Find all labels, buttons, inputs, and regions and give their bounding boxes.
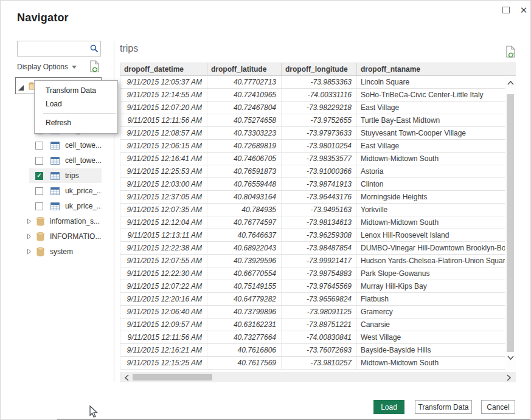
table-row: 9/11/2015 12:22:38 AM 40.68922043 -73.98… [120,242,505,255]
table-cell-longitude: -73.96443176 [282,191,357,203]
checkbox-unchecked[interactable] [35,142,43,150]
table-cell-latitude: 40.76774597 [207,216,282,229]
table-cell-longitude: -73.98487854 [282,242,357,254]
menu-item-refresh[interactable]: Refresh [35,116,117,129]
table-cell-datetime: 9/11/2015 12:06:40 AM [120,306,207,318]
table-row: 9/11/2015 12:12:04 AM 40.76774597 -73.98… [120,216,505,229]
collapsed-arrow-icon[interactable] [27,249,32,255]
sidebar-item-trips[interactable]: ✓ trips [29,168,102,183]
horizontal-scrollbar-thumb[interactable] [133,374,212,380]
refresh-schema-button[interactable] [89,60,100,75]
table-row: 9/11/2015 12:25:53 AM 40.76591873 -73.91… [120,165,505,178]
table-cell-latitude: 40.73799896 [207,306,282,318]
table-cell-latitude: 40.7617569 [207,357,282,369]
vertical-scrollbar[interactable] [505,76,516,370]
table-cell-ntaname: West Village [357,331,505,343]
collapsed-arrow-icon[interactable] [27,233,32,239]
table-cell-latitude: 40.72467804 [207,102,282,114]
table-cell-latitude: 40.784935 [207,204,282,216]
sidebar-item-information-schema-upper[interactable]: INFORMATIO... [24,229,102,244]
table-row: 9/11/2015 12:15:25 AM 40.7617569 -73.981… [120,357,505,370]
table-cell-datetime: 9/11/2015 12:15:25 AM [120,357,207,369]
scroll-left-icon[interactable] [125,374,129,381]
sidebar-item-information-schema[interactable]: information_s... [24,214,102,229]
table-cell-longitude: -73.97645569 [282,280,357,292]
table-cell-longitude: -73.98741913 [282,178,357,190]
close-button[interactable]: ✕ [518,4,529,15]
table-cell-latitude: 40.72410965 [207,89,282,101]
search-icon[interactable] [88,44,100,53]
table-cell-latitude: 40.76591873 [207,165,282,177]
table-row: 9/11/2015 12:37:05 AM 40.80493164 -73.96… [120,191,505,204]
sidebar-item-system[interactable]: system [24,244,102,259]
load-button[interactable]: Load [373,400,404,414]
column-header: dropoff_latitude [207,63,282,75]
preview-table-header: dropoff_datetime dropoff_latitude dropof… [120,63,516,76]
database-icon [36,217,44,226]
checkbox-unchecked[interactable] [35,157,43,165]
table-row: 9/11/2015 12:09:57 AM 40.63162231 -73.88… [120,318,505,331]
search-input[interactable] [18,41,88,56]
checkbox-unchecked[interactable] [35,202,43,210]
checkbox-checked[interactable]: ✓ [35,172,43,180]
table-cell-ntaname: East Village [357,102,505,114]
table-cell-longitude: -73.88751221 [282,318,357,331]
maximize-button[interactable] [501,4,512,15]
table-cell-longitude: -73.98134613 [282,216,357,229]
preview-title: trips [120,43,138,54]
table-cell-longitude: -74.00830841 [282,331,357,343]
table-cell-latitude: 40.73303223 [207,127,282,139]
table-cell-latitude: 40.73929596 [207,255,282,267]
vertical-scrollbar-thumb[interactable] [507,94,514,352]
table-cell-datetime: 9/11/2015 12:11:56 AM [120,331,207,343]
table-icon [50,157,60,165]
refresh-preview-button[interactable] [505,46,516,61]
table-cell-ntaname: Midtown-Midtown South [357,153,505,165]
table-cell-latitude: 40.74606705 [207,153,282,165]
table-row: 9/11/2015 12:16:21 AM 40.7616806 -73.760… [120,344,505,357]
table-cell-ntaname: Murray Hill-Kips Bay [357,280,505,292]
table-cell-datetime: 9/11/2015 12:37:05 AM [120,191,207,203]
table-cell-latitude: 40.7616806 [207,344,282,356]
sidebar-item-cell-towe-2[interactable]: cell_towe... [29,138,102,153]
table-cell-ntaname: Hudson Yards-Chelsea-Flatiron-Union Squa… [357,255,505,267]
sidebar-item-label: uk_price_... [65,202,102,210]
context-menu: Transform Data Load Refresh [34,80,118,134]
transform-data-button[interactable]: Transform Data [415,400,472,414]
table-row: 9/11/2015 12:03:00 AM 40.76559448 -73.98… [120,178,505,191]
sidebar-item-uk-price-1[interactable]: uk_price_... [29,184,102,198]
table-row: 9/11/2015 12:07:20 AM 40.72467804 -73.98… [120,102,505,114]
display-options-label: Display Options [17,63,68,71]
table-cell-ntaname: SoHo-TriBeCa-Civic Center-Little Italy [357,89,505,101]
table-row: 9/11/2015 12:11:56 AM 40.73277664 -74.00… [120,331,505,344]
table-cell-datetime: 9/11/2015 12:06:15 AM [120,140,207,152]
menu-item-transform-data[interactable]: Transform Data [35,84,117,97]
display-options-dropdown[interactable]: Display Options [17,61,77,72]
checkbox-unchecked[interactable] [35,187,43,195]
menu-item-load[interactable]: Load [35,97,117,111]
collapsed-arrow-icon[interactable] [27,218,32,224]
table-cell-longitude: -73.91000366 [282,165,357,177]
table-cell-datetime: 9/11/2015 12:03:00 AM [120,178,207,190]
table-cell-ntaname: Astoria [357,165,505,177]
table-cell-datetime: 9/11/2015 12:08:57 AM [120,127,207,139]
mouse-cursor [89,405,98,420]
table-cell-latitude: 40.80493164 [207,191,282,203]
table-cell-ntaname: Morningside Heights [357,191,505,203]
horizontal-scrollbar[interactable] [120,372,516,382]
database-icon [36,232,44,241]
table-cell-datetime: 9/11/2015 12:09:57 AM [120,318,207,331]
scroll-down-icon[interactable] [507,356,514,360]
table-row: 9/11/2015 12:14:55 AM 40.72410965 -74.00… [120,89,505,102]
table-cell-latitude: 40.66770554 [207,267,282,280]
table-cell-longitude: -73.98091125 [282,306,357,318]
scroll-right-icon[interactable] [507,374,511,381]
scroll-up-icon[interactable] [507,81,514,85]
sidebar-item-cell-towe-3[interactable]: cell_towe... [29,153,102,168]
column-header: dropoff_datetime [120,63,207,75]
table-cell-datetime: 9/11/2015 12:16:41 AM [120,153,207,165]
sidebar-item-uk-price-2[interactable]: uk_price_... [29,199,102,213]
chevron-down-icon [72,66,77,69]
cancel-button[interactable]: Cancel [481,400,515,414]
expanded-arrow-icon[interactable] [18,85,24,91]
